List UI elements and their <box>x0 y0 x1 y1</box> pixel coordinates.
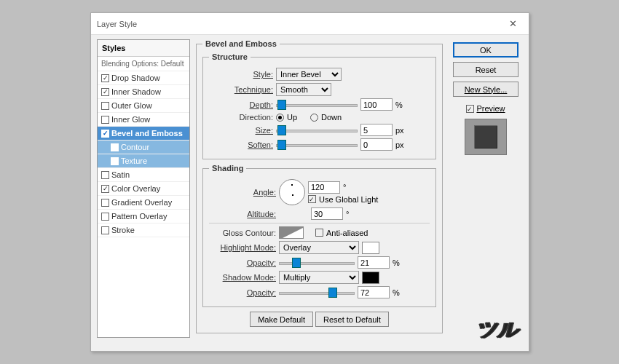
preview-box <box>465 119 507 155</box>
shadow-mode-select[interactable]: Multiply <box>279 271 359 284</box>
soften-label: Soften: <box>209 141 273 149</box>
close-icon[interactable]: ✕ <box>497 13 529 34</box>
preview-swatch <box>474 125 497 149</box>
direction-label: Direction: <box>209 113 273 122</box>
watermark-logo: ツル <box>476 316 519 344</box>
altitude-label: Altitude: <box>209 210 276 218</box>
style-checkbox[interactable] <box>101 185 109 193</box>
structure-group: Structure Style: Inner Bevel Technique: … <box>202 52 436 159</box>
size-label: Size: <box>209 126 273 135</box>
size-unit: px <box>395 126 404 135</box>
soften-input[interactable] <box>360 138 393 151</box>
highlight-mode-select[interactable]: Overlay <box>279 241 359 254</box>
style-checkbox[interactable] <box>101 226 109 234</box>
new-style-button[interactable]: New Style... <box>453 82 519 97</box>
style-label: Bevel and Emboss <box>111 129 183 138</box>
highlight-opacity-input[interactable] <box>358 256 390 269</box>
style-checkbox[interactable] <box>111 143 119 151</box>
shadow-color-swatch[interactable] <box>362 272 379 284</box>
window-title: Layer Style <box>97 20 137 28</box>
shadow-opacity-label: Opacity: <box>209 288 276 297</box>
size-slider[interactable] <box>276 125 358 135</box>
antialias-checkbox[interactable] <box>315 229 323 237</box>
style-checkbox[interactable] <box>101 74 109 82</box>
style-row-outer-glow[interactable]: Outer Glow <box>98 99 189 113</box>
shadow-opacity-slider[interactable] <box>279 288 355 298</box>
preview-label: Preview <box>476 104 505 113</box>
gloss-contour-label: Gloss Contour: <box>209 229 276 237</box>
style-checkbox[interactable] <box>101 199 109 207</box>
style-label: Satin <box>111 170 130 179</box>
depth-unit: % <box>395 100 403 109</box>
style-row-inner-shadow[interactable]: Inner Shadow <box>98 85 189 99</box>
reset-to-default-button[interactable]: Reset to Default <box>315 312 389 327</box>
panel-title: Bevel and Emboss <box>202 39 280 48</box>
direction-up-radio[interactable] <box>276 114 284 122</box>
style-row-bevel-and-emboss[interactable]: Bevel and Emboss <box>98 127 189 141</box>
hi-op-pct: % <box>393 258 400 267</box>
altitude-deg: ° <box>346 210 349 218</box>
style-checkbox[interactable] <box>101 88 109 96</box>
style-row-stroke[interactable]: Stroke <box>98 223 189 237</box>
style-checkbox[interactable] <box>101 116 109 124</box>
ok-button[interactable]: OK <box>453 42 519 58</box>
size-input[interactable] <box>360 124 393 136</box>
highlight-color-swatch[interactable] <box>362 242 379 254</box>
shadow-opacity-input[interactable] <box>358 286 390 298</box>
shading-legend: Shading <box>209 164 246 173</box>
style-row-color-overlay[interactable]: Color Overlay <box>98 182 189 196</box>
angle-dial[interactable] <box>279 179 305 205</box>
angle-input[interactable] <box>308 181 340 194</box>
down-label: Down <box>321 113 342 122</box>
style-row-inner-glow[interactable]: Inner Glow <box>98 113 189 127</box>
style-checkbox[interactable] <box>101 213 109 221</box>
up-label: Up <box>287 113 297 122</box>
titlebar: Layer Style ✕ <box>91 13 529 35</box>
style-checkbox[interactable] <box>101 130 109 138</box>
shading-group: Shading Angle: ° Use Global Light Altitu… <box>202 164 436 307</box>
blending-options[interactable]: Blending Options: Default <box>98 57 189 71</box>
preview-checkbox[interactable] <box>466 105 474 113</box>
sh-op-pct: % <box>393 288 400 297</box>
layer-style-dialog: Layer Style ✕ Styles Blending Options: D… <box>90 12 529 352</box>
global-light-label[interactable]: Use Global Light <box>319 195 378 204</box>
antialias-label: Anti-aliased <box>326 229 368 237</box>
style-row-drop-shadow[interactable]: Drop Shadow <box>98 71 189 85</box>
style-row-pattern-overlay[interactable]: Pattern Overlay <box>98 210 189 223</box>
technique-label: Technique: <box>209 85 273 94</box>
reset-button[interactable]: Reset <box>453 62 519 77</box>
highlight-mode-label: Highlight Mode: <box>209 243 276 252</box>
style-label: Drop Shadow <box>111 74 160 82</box>
angle-deg: ° <box>343 183 346 191</box>
right-buttons: OK Reset New Style... Preview <box>449 39 523 338</box>
soften-slider[interactable] <box>276 140 358 150</box>
style-checkbox[interactable] <box>101 171 109 179</box>
style-row-gradient-overlay[interactable]: Gradient Overlay <box>98 196 189 210</box>
style-label: Stroke <box>111 226 135 234</box>
styles-head: Styles <box>98 40 189 57</box>
technique-select[interactable]: Smooth <box>276 83 331 96</box>
style-checkbox[interactable] <box>111 157 119 165</box>
highlight-opacity-label: Opacity: <box>209 258 276 267</box>
altitude-input[interactable] <box>311 207 343 220</box>
angle-label: Angle: <box>209 188 276 197</box>
style-label: Pattern Overlay <box>111 212 167 221</box>
depth-label: Depth: <box>209 100 273 109</box>
depth-slider[interactable] <box>276 100 358 110</box>
style-label: Color Overlay <box>111 184 160 193</box>
style-checkbox[interactable] <box>101 102 109 110</box>
make-default-button[interactable]: Make Default <box>250 312 313 327</box>
depth-input[interactable] <box>360 98 393 111</box>
style-row-texture[interactable]: Texture <box>98 154 189 168</box>
style-label: Inner Shadow <box>111 87 161 96</box>
style-row-satin[interactable]: Satin <box>98 168 189 182</box>
highlight-opacity-slider[interactable] <box>279 258 355 268</box>
style-select[interactable]: Inner Bevel <box>276 68 342 81</box>
bevel-emboss-group: Bevel and Emboss Structure Style: Inner … <box>196 39 443 333</box>
direction-down-radio[interactable] <box>310 114 318 122</box>
style-label: Outer Glow <box>111 101 152 110</box>
style-row-contour[interactable]: Contour <box>98 141 189 154</box>
style-label: Style: <box>209 70 273 79</box>
styles-list: Styles Blending Options: Default Drop Sh… <box>97 39 190 338</box>
gloss-contour-swatch[interactable] <box>279 226 304 239</box>
